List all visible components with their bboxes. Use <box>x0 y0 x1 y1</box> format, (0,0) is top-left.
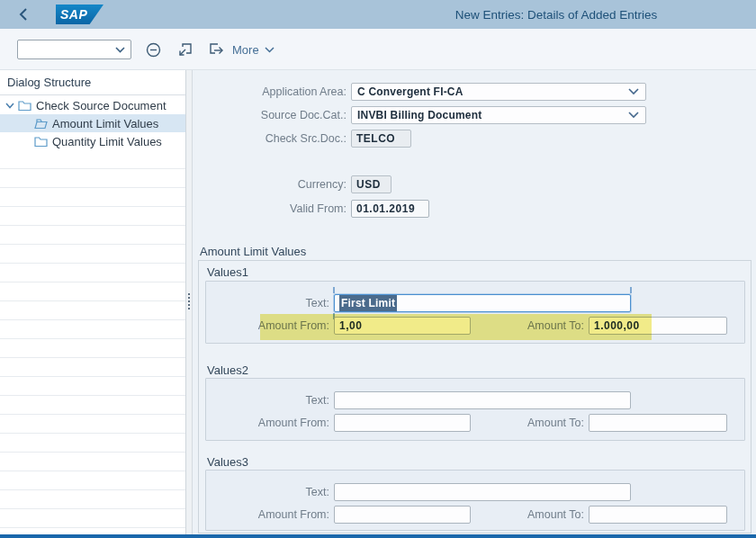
tree-empty-rows <box>0 150 185 534</box>
command-input[interactable] <box>20 41 113 58</box>
source-doc-cat-dropdown[interactable]: INVBI Billing Document <box>351 106 646 124</box>
header-bar: SAP New Entries: Details of Added Entrie… <box>0 0 756 29</box>
more-button[interactable]: More <box>232 39 274 60</box>
values1-amount-to-input[interactable]: 1.000,00 <box>589 317 727 335</box>
folder-icon <box>34 136 48 148</box>
tree-node-amount-limit-values[interactable]: Amount Limit Values <box>0 114 185 132</box>
values1-title: Values1 <box>207 265 248 279</box>
dialog-structure-panel: Dialog Structure Check Source Document A… <box>0 70 186 534</box>
dropdown-value: C Convergent FI-CA <box>352 85 628 98</box>
values2-group: Text: Amount From: Amount To: <box>205 378 745 441</box>
amount-from-label: Amount From: <box>206 414 329 432</box>
splitter-grip-icon <box>188 293 190 309</box>
check-src-doc-field[interactable]: TELCO <box>351 130 411 148</box>
minus-circle-icon <box>146 42 161 58</box>
values3-title: Values3 <box>207 455 248 469</box>
source-doc-cat-label: Source Doc.Cat.: <box>193 106 346 124</box>
amount-limit-values-title: Amount Limit Values <box>200 245 306 258</box>
chevron-down-icon <box>115 47 125 53</box>
detail-form: Application Area: C Convergent FI-CA Sou… <box>193 70 756 534</box>
window-bottom-border <box>0 534 756 538</box>
values1-amount-from-input[interactable]: 1,00 <box>334 317 471 335</box>
application-area-dropdown[interactable]: C Convergent FI-CA <box>351 83 646 101</box>
valid-from-field[interactable]: 01.01.2019 <box>351 200 429 218</box>
copy-page-icon <box>209 42 224 58</box>
selection-gripper-icon <box>630 287 632 293</box>
values3-amount-from-input[interactable] <box>334 506 471 524</box>
text-label: Text: <box>206 294 329 312</box>
tree-node-label: Amount Limit Values <box>52 117 158 130</box>
valid-from-label: Valid From: <box>193 200 346 218</box>
back-button[interactable] <box>13 4 34 24</box>
values2-amount-from-input[interactable] <box>334 414 471 432</box>
currency-field[interactable]: USD <box>351 175 392 193</box>
page-title: New Entries: Details of Added Entries <box>455 0 657 29</box>
tree-node-check-source-document[interactable]: Check Source Document <box>0 96 185 114</box>
more-label: More <box>232 43 259 57</box>
check-src-doc-label: Check Src.Doc.: <box>193 130 346 148</box>
chevron-down-icon <box>628 112 645 119</box>
values1-group: Text: First Limit Amount From: 1,00 Amou… <box>205 281 745 344</box>
toolbar: More <box>0 29 756 70</box>
folder-icon <box>18 100 32 112</box>
tree-node-label: Quantity Limit Values <box>52 135 162 148</box>
tree-node-quantity-limit-values[interactable]: Quantity Limit Values <box>0 132 185 150</box>
amount-to-label: Amount To: <box>472 414 584 432</box>
amount-to-label: Amount To: <box>472 317 584 335</box>
amount-to-label: Amount To: <box>472 506 584 524</box>
text-label: Text: <box>206 391 329 409</box>
dropdown-value: INVBI Billing Document <box>352 109 628 121</box>
values2-title: Values2 <box>207 363 248 377</box>
currency-label: Currency: <box>193 175 346 193</box>
exit-button[interactable] <box>174 39 195 60</box>
exit-page-icon <box>177 42 193 58</box>
application-area-label: Application Area: <box>193 83 346 101</box>
values3-group: Text: Amount From: Amount To: <box>205 470 745 531</box>
text-label: Text: <box>206 483 329 501</box>
folder-open-icon <box>34 118 48 130</box>
amount-from-label: Amount From: <box>206 317 329 335</box>
chevron-down-icon[interactable] <box>5 103 18 109</box>
amount-from-label: Amount From: <box>206 506 329 524</box>
dialog-structure-header: Dialog Structure <box>0 70 185 95</box>
sap-logo-text: SAP <box>56 7 87 22</box>
chevron-left-icon <box>19 7 28 22</box>
values1-text-input[interactable]: First Limit <box>334 294 631 312</box>
chevron-down-icon <box>265 47 274 53</box>
values3-text-input[interactable] <box>334 483 631 501</box>
text-field-wrap: First Limit <box>334 294 631 312</box>
values2-text-input[interactable] <box>334 391 631 409</box>
command-field[interactable] <box>17 40 131 59</box>
copy-button[interactable] <box>205 39 227 60</box>
sap-window: SAP New Entries: Details of Added Entrie… <box>0 0 756 538</box>
values2-amount-to-input[interactable] <box>589 414 727 432</box>
selected-text: First Limit <box>339 295 397 311</box>
selection-gripper-icon <box>333 287 335 293</box>
values3-amount-to-input[interactable] <box>589 506 727 524</box>
chevron-down-icon <box>628 88 645 95</box>
minus-circle-button[interactable] <box>142 39 164 60</box>
panel-splitter[interactable] <box>186 70 193 534</box>
tree-node-label: Check Source Document <box>36 99 166 112</box>
sap-logo: SAP <box>56 4 104 24</box>
